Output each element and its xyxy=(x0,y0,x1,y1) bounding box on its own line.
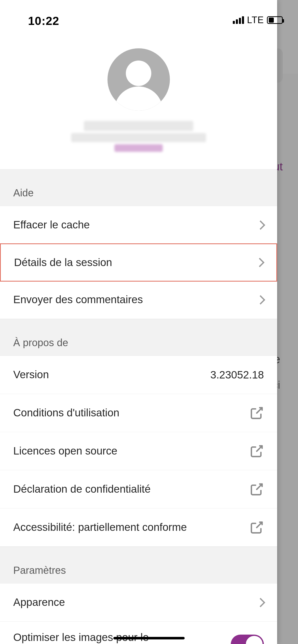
row-label: Envoyer des commentaires xyxy=(13,284,143,316)
profile-email-redacted xyxy=(71,133,206,142)
row-label: Déclaration de confidentialité xyxy=(13,473,151,505)
avatar-placeholder-icon xyxy=(107,48,170,111)
home-indicator[interactable] xyxy=(113,637,185,639)
chevron-right-icon xyxy=(256,295,265,304)
external-link-icon xyxy=(250,520,264,535)
toggle-optimize-images[interactable] xyxy=(231,635,264,644)
row-privacy[interactable]: Déclaration de confidentialité xyxy=(0,470,277,508)
avatar[interactable] xyxy=(107,48,170,111)
chevron-right-icon xyxy=(255,258,265,267)
chevron-right-icon xyxy=(256,598,265,607)
row-clear-cache[interactable]: Effacer le cache xyxy=(0,206,277,244)
external-link-icon xyxy=(250,406,264,420)
chevron-right-icon xyxy=(256,220,265,230)
row-session-details[interactable]: Détails de la session xyxy=(0,243,277,282)
row-accessibility[interactable]: Accessibilité: partiellement conforme xyxy=(0,508,277,547)
row-label: Accessibilité: partiellement conforme xyxy=(13,511,187,543)
row-terms[interactable]: Conditions d'utilisation xyxy=(0,394,277,432)
network-type: LTE xyxy=(247,15,264,25)
row-label: Optimiser les images pour le chargement xyxy=(13,622,202,644)
external-link-icon xyxy=(250,444,264,458)
profile-name-redacted xyxy=(84,121,193,131)
external-link-icon xyxy=(250,482,264,496)
battery-icon xyxy=(267,16,283,24)
row-send-feedback[interactable]: Envoyer des commentaires xyxy=(0,281,277,319)
signal-strength-icon xyxy=(233,16,244,24)
status-bar: 10:22 LTE xyxy=(0,0,298,25)
row-label: Effacer le cache xyxy=(13,209,90,241)
section-header-about: À propos de xyxy=(0,319,277,356)
section-header-help: Aide xyxy=(0,169,277,206)
version-label: Version xyxy=(13,359,49,391)
row-label: Détails de la session xyxy=(14,247,112,279)
section-header-settings: Paramètres xyxy=(0,547,277,583)
profile-action-redacted[interactable] xyxy=(114,144,163,152)
row-appearance[interactable]: Apparence xyxy=(0,583,277,622)
row-version: Version 3.23052.18 xyxy=(0,356,277,394)
row-oss-licenses[interactable]: Licences open source xyxy=(0,432,277,470)
row-label: Apparence xyxy=(13,587,65,618)
side-drawer: Aide Effacer le cache Détails de la sess… xyxy=(0,0,277,644)
row-label: Licences open source xyxy=(13,435,117,467)
version-value: 3.23052.18 xyxy=(210,369,264,381)
toggle-knob xyxy=(246,636,263,644)
status-time: 10:22 xyxy=(28,14,59,28)
row-label: Conditions d'utilisation xyxy=(13,397,119,429)
row-optimize-images: Optimiser les images pour le chargement xyxy=(0,622,277,644)
